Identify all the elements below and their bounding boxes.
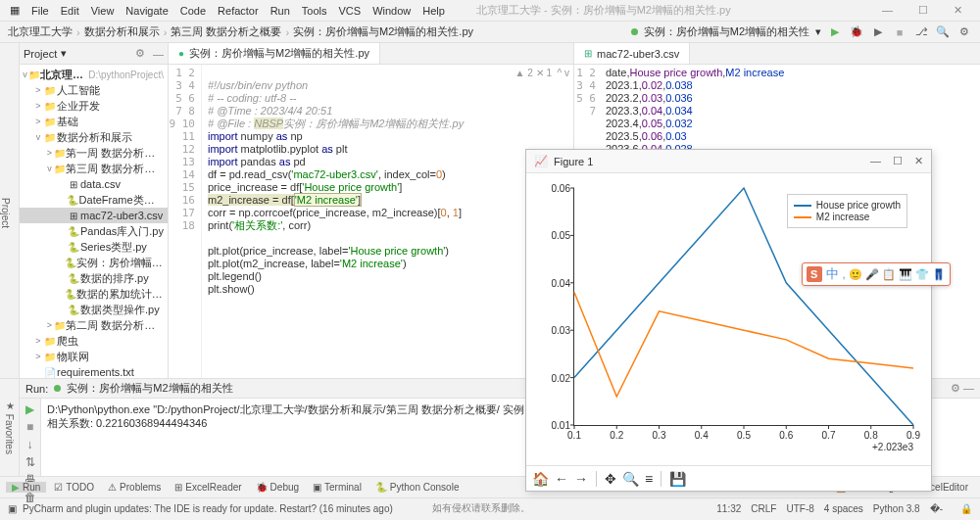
chevron-down-icon[interactable]: ▾ bbox=[815, 25, 821, 38]
home-icon[interactable]: 🏠 bbox=[532, 471, 549, 487]
python-icon: ● bbox=[178, 48, 184, 59]
minimize-icon[interactable]: — bbox=[870, 155, 881, 167]
tree-node[interactable]: 🐍Pandas库入门.py bbox=[20, 223, 168, 239]
indent-info[interactable]: 4 spaces bbox=[824, 503, 863, 514]
window-title: 北京理工大学 - 实例：房价增幅与M2增幅的相关性.py bbox=[470, 3, 737, 18]
filter-icon[interactable]: ⇅ bbox=[25, 455, 35, 469]
csv-tab[interactable]: ⊞mac72-uber3.csv bbox=[574, 43, 690, 64]
app-icon: ▦ bbox=[4, 4, 25, 17]
menu-view[interactable]: View bbox=[85, 5, 121, 17]
left-tool-rail[interactable]: Project bbox=[0, 43, 20, 378]
stop-icon[interactable]: ■ bbox=[892, 24, 907, 40]
tree-node[interactable]: 🐍数据的累加统计分析.py bbox=[20, 286, 168, 302]
legend: House price growth M2 increase bbox=[787, 194, 907, 228]
zoom-icon[interactable]: 🔍 bbox=[622, 471, 639, 487]
tree-node[interactable]: >📁爬虫 bbox=[20, 333, 168, 349]
tree-node[interactable]: 🐍DateFrame类型.py bbox=[20, 192, 168, 208]
forward-icon[interactable]: → bbox=[574, 471, 588, 487]
tree-node[interactable]: >📁企业开发 bbox=[20, 98, 168, 114]
tree-node[interactable]: >📁人工智能 bbox=[20, 82, 168, 98]
favorites-rail[interactable]: ★ Favorites bbox=[4, 401, 15, 454]
rerun-icon[interactable]: ▶ bbox=[25, 402, 34, 416]
tab-problems[interactable]: ⚠ Problems bbox=[102, 482, 167, 493]
gear-icon[interactable]: ⚙ bbox=[135, 47, 145, 60]
tree-node[interactable]: 🐍数据的排序.py bbox=[20, 270, 168, 286]
caret-position[interactable]: 11:32 bbox=[716, 503, 741, 514]
tree-node[interactable]: 📄requirements.txt bbox=[20, 364, 168, 378]
tool-window-toggle-icon[interactable]: ▣ bbox=[8, 503, 17, 514]
plot-area[interactable]: House price growth M2 increase +2.023e3 … bbox=[526, 173, 931, 465]
search-icon[interactable]: 🔍 bbox=[935, 24, 951, 40]
configure-icon[interactable]: ≡ bbox=[645, 471, 653, 487]
crumb-1[interactable]: 数据分析和展示 bbox=[84, 24, 160, 39]
run-label: Run: bbox=[25, 383, 48, 395]
menu-file[interactable]: File bbox=[25, 5, 55, 17]
project-tree[interactable]: v📁北京理工大学D:\pythonProject\ >📁人工智能>📁企业开发>📁… bbox=[20, 65, 168, 378]
maximize-icon[interactable]: ☐ bbox=[893, 155, 903, 167]
readonly-indicator[interactable]: �- bbox=[930, 503, 943, 514]
chevron-down-icon[interactable]: ▾ bbox=[61, 47, 67, 60]
gutter[interactable]: 1 2 3 4 5 6 7 8 9 10 11 12 13 14 15 16 1… bbox=[169, 65, 202, 378]
tab-python-console[interactable]: 🐍 Python Console bbox=[369, 482, 466, 493]
menu-window[interactable]: Window bbox=[367, 5, 416, 17]
menu-run[interactable]: Run bbox=[265, 5, 296, 17]
tree-node[interactable]: >📁物联网 bbox=[20, 349, 168, 364]
tree-node[interactable]: ⊞mac72-uber3.csv bbox=[20, 208, 168, 223]
lock-icon[interactable]: 🔒 bbox=[960, 503, 972, 514]
tree-node[interactable]: 🐍实例：房价增幅与M2增 bbox=[20, 255, 168, 270]
interpreter[interactable]: Python 3.8 bbox=[873, 503, 920, 514]
menu-tools[interactable]: Tools bbox=[296, 5, 333, 17]
menu-help[interactable]: Help bbox=[416, 5, 451, 17]
run-config-selector[interactable]: 实例：房价增幅与M2增幅的相关性 bbox=[644, 24, 809, 39]
figure-window[interactable]: 📈 Figure 1 — ☐ ✕ House price growth M2 i… bbox=[525, 149, 932, 492]
line-separator[interactable]: CRLF bbox=[751, 503, 776, 514]
close-icon[interactable]: ✕ bbox=[914, 155, 923, 167]
tree-node[interactable]: ⊞data.csv bbox=[20, 176, 168, 192]
menu-navigate[interactable]: Navigate bbox=[120, 5, 173, 17]
tab-run[interactable]: ▶Run bbox=[6, 482, 46, 493]
run-config-name: 实例：房价增幅与M2增幅的相关性 bbox=[67, 381, 232, 396]
tab-excelreader[interactable]: ⊞ ExcelReader bbox=[169, 482, 247, 493]
menu-edit[interactable]: Edit bbox=[55, 5, 85, 17]
debug-icon[interactable]: 🐞 bbox=[849, 24, 864, 40]
tree-node[interactable]: v📁数据分析和展示 bbox=[20, 129, 168, 145]
tab-todo[interactable]: ☑ TODO bbox=[48, 482, 100, 493]
git-icon[interactable]: ⎇ bbox=[913, 24, 929, 40]
crumb-3[interactable]: 实例：房价增幅与M2增幅的相关性.py bbox=[293, 24, 473, 39]
run-icon[interactable]: ▶ bbox=[827, 24, 843, 40]
csv-icon: ⊞ bbox=[584, 48, 592, 59]
tab-debug[interactable]: 🐞 Debug bbox=[250, 482, 305, 493]
menu-code[interactable]: Code bbox=[174, 5, 212, 17]
settings-icon[interactable]: ⚙ bbox=[956, 24, 972, 40]
file-encoding[interactable]: UTF-8 bbox=[786, 503, 813, 514]
tree-node[interactable]: >📁第二周 数据分析之展示 bbox=[20, 317, 168, 333]
save-icon[interactable]: 💾 bbox=[669, 471, 686, 487]
crumb-0[interactable]: 北京理工大学 bbox=[8, 24, 73, 39]
gear-icon[interactable]: ⚙ — bbox=[951, 382, 974, 395]
status-message[interactable]: PyCharm and plugin updates: The IDE is r… bbox=[23, 503, 393, 514]
minimize-icon[interactable]: — bbox=[876, 4, 899, 17]
down-icon[interactable]: ↓ bbox=[27, 438, 33, 451]
editor-tab[interactable]: ●实例：房价增幅与M2增幅的相关性.py bbox=[169, 43, 380, 64]
hide-icon[interactable]: — bbox=[153, 48, 164, 60]
run-coverage-icon[interactable]: ▶ bbox=[870, 24, 886, 40]
inspection-summary[interactable]: ▲ 2 ✕ 1 ^ v bbox=[515, 67, 569, 79]
menu-refactor[interactable]: Refactor bbox=[212, 5, 265, 17]
tree-node[interactable]: >📁基础 bbox=[20, 114, 168, 129]
tree-node[interactable]: >📁第一周 数据分析之表示 bbox=[20, 145, 168, 161]
stop-icon[interactable]: ■ bbox=[26, 420, 33, 434]
ime-toolbar[interactable]: S 中 , 🙂 🎤 📋 🎹 👕 👖 bbox=[802, 262, 951, 286]
tree-node[interactable]: 🐍数据类型操作.py bbox=[20, 302, 168, 317]
tree-node[interactable]: v📁第三周 数据分析之概要 bbox=[20, 161, 168, 176]
ime-tools[interactable]: , 🙂 🎤 📋 🎹 👕 👖 bbox=[843, 268, 946, 281]
crumb-2[interactable]: 第三周 数据分析之概要 bbox=[171, 24, 281, 39]
tree-node[interactable]: 🐍Series类型.py bbox=[20, 239, 168, 255]
pan-icon[interactable]: ✥ bbox=[605, 471, 616, 487]
back-icon[interactable]: ← bbox=[555, 471, 568, 487]
tab-terminal[interactable]: ▣ Terminal bbox=[307, 482, 368, 493]
code-editor[interactable]: ▲ 2 ✕ 1 ^ v#!/usr/bin/env python # -- co… bbox=[202, 65, 573, 378]
ime-mode[interactable]: 中 bbox=[826, 265, 839, 283]
close-icon[interactable]: ✕ bbox=[948, 4, 968, 17]
maximize-icon[interactable]: ☐ bbox=[912, 4, 934, 17]
menu-vcs[interactable]: VCS bbox=[333, 5, 368, 17]
